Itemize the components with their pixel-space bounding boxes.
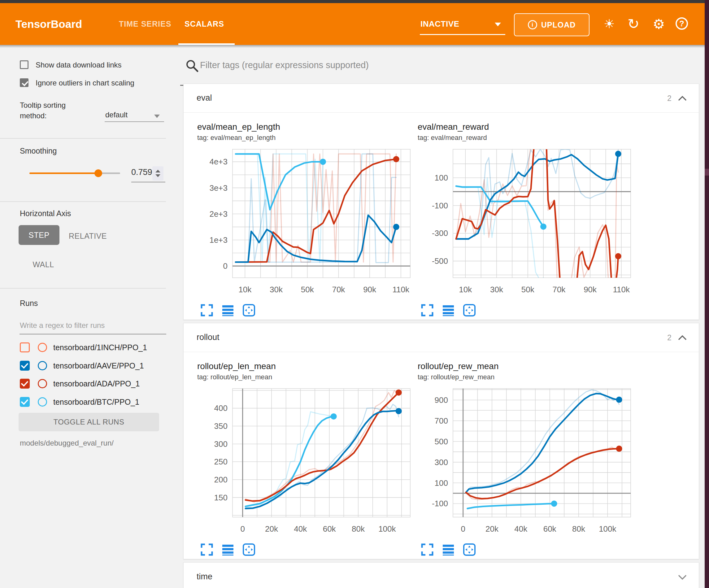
log-scale-icon[interactable] (221, 304, 234, 317)
smoothing-slider[interactable] (29, 173, 120, 174)
expand-chart-icon[interactable] (200, 304, 213, 317)
svg-text:-300: -300 (432, 229, 448, 238)
smoothed-series-tensorboard/AAVE/PPO_1 (466, 393, 619, 492)
axis-option-relative[interactable]: RELATIVE (69, 231, 106, 241)
svg-text:50k: 50k (301, 285, 314, 294)
run-checkbox[interactable] (20, 379, 30, 389)
checked-checkbox[interactable] (20, 78, 28, 87)
tag-filter-input[interactable]: Filter tags (regular expressions support… (200, 60, 369, 70)
fit-domain-icon[interactable] (463, 543, 476, 556)
chart-canvas[interactable]: 10k30k50k70k90k110k100-100-300-500 (416, 146, 633, 301)
upload-button[interactable]: i UPLOAD (514, 13, 589, 36)
section-card-header[interactable]: time (184, 563, 699, 588)
svg-text:10k: 10k (238, 285, 252, 294)
smoothing-slider-thumb[interactable] (95, 169, 102, 177)
run-checkbox[interactable] (20, 397, 30, 407)
fit-domain-icon[interactable] (242, 543, 256, 556)
fit-domain-icon[interactable] (242, 304, 256, 317)
chart-tag: tag: rollout/ep_len_mean (197, 373, 416, 381)
charts-row: rollout/ep_len_meantag: rollout/ep_len_m… (184, 352, 699, 559)
svg-text:-100: -100 (432, 499, 448, 508)
stepper-down-icon[interactable] (155, 174, 160, 177)
chart-panel: rollout/ep_rew_meantag: rollout/ep_rew_m… (416, 361, 637, 556)
dashboard-main: Filter tags (regular expressions support… (177, 45, 705, 588)
expand-chart-icon[interactable] (421, 304, 434, 317)
runs-filter-input[interactable]: Write a regex to filter runs (20, 321, 105, 330)
chevron-up-icon[interactable] (678, 335, 687, 342)
help-icon[interactable]: ? (673, 3, 691, 45)
run-row: tensorboard/BTC/PPO_1 (20, 397, 172, 409)
charts-row: eval/mean_ep_lengthtag: eval/mean_ep_len… (184, 113, 699, 319)
status-dropdown[interactable]: INACTIVE (420, 3, 507, 45)
svg-text:300: 300 (435, 458, 448, 467)
chart-tag: tag: eval/mean_reward (418, 134, 637, 142)
brightness-icon[interactable]: ☀ (600, 3, 619, 45)
log-scale-icon[interactable] (442, 543, 455, 556)
run-checkbox[interactable] (20, 361, 30, 370)
svg-text:3e+3: 3e+3 (209, 183, 228, 193)
run-checkbox[interactable] (20, 342, 30, 352)
refresh-icon[interactable]: ↻ (624, 3, 643, 45)
stepper-up-icon[interactable] (155, 170, 160, 173)
chevron-up-icon[interactable] (678, 96, 687, 102)
svg-text:30k: 30k (490, 285, 503, 294)
svg-text:110k: 110k (393, 285, 410, 294)
series-endpoint-dot (393, 156, 399, 162)
raw-series-tensorboard/AAVE/PPO_1 (245, 404, 399, 508)
expand-chart-icon[interactable] (200, 543, 213, 556)
checkbox-label: Show data download links (35, 61, 122, 69)
chart-canvas[interactable]: 10k30k50k70k90k110k01e+32e+33e+34e+3 (196, 146, 413, 301)
section-card-time: time (183, 562, 699, 588)
section-title: eval (196, 93, 212, 103)
unchecked-checkbox[interactable] (20, 60, 28, 69)
log-scale-icon[interactable] (442, 304, 455, 317)
smoothed-series-tensorboard/AAVE/PPO_1 (236, 215, 396, 262)
series-endpoint-dot (615, 253, 621, 259)
upload-button-label: UPLOAD (541, 21, 576, 29)
section-card-header[interactable]: rollout2 (184, 323, 699, 352)
expand-chart-icon[interactable] (421, 543, 434, 556)
chart-title: rollout/ep_len_mean (197, 361, 416, 371)
chart-toolbar (200, 543, 416, 556)
toggle-all-runs-button[interactable]: TOGGLE ALL RUNS (19, 413, 159, 431)
active-tab-underline (178, 43, 235, 45)
tab-scalars[interactable]: SCALARS (185, 3, 224, 45)
series-endpoint-dot (616, 445, 622, 452)
sidebar-divider (0, 138, 166, 139)
cards-container: eval2eval/mean_ep_lengthtag: eval/mean_e… (177, 84, 705, 588)
chart-title: eval/mean_reward (418, 122, 637, 132)
chart-panel: eval/mean_rewardtag: eval/mean_reward10k… (416, 122, 637, 317)
log-scale-icon[interactable] (221, 543, 234, 556)
chart-canvas[interactable]: 020k40k60k80k100k900700500300100-100 (416, 385, 633, 540)
chart-tag: tag: rollout/ep_rew_mean (418, 373, 637, 381)
tab-time-series[interactable]: TIME SERIES (119, 3, 171, 45)
run-row: tensorboard/1INCH/PPO_1 (20, 342, 172, 354)
tooltip-sorting-select[interactable]: default (105, 110, 128, 119)
section-card-header[interactable]: eval2 (184, 84, 699, 113)
axis-option-wall[interactable]: WALL (31, 259, 56, 270)
smoothing-slider-fill (29, 173, 98, 174)
chart-toolbar (421, 303, 637, 317)
svg-text:90k: 90k (584, 285, 597, 294)
svg-text:0: 0 (240, 524, 244, 534)
series-endpoint-dot (540, 224, 547, 230)
axis-option-step[interactable]: STEP (19, 225, 59, 245)
chart-canvas[interactable]: 020k40k60k80k100k150200250300350400 (196, 385, 413, 540)
section-card-eval: eval2eval/mean_ep_lengthtag: eval/mean_e… (183, 84, 699, 320)
series-endpoint-dot (396, 408, 402, 414)
svg-text:20k: 20k (485, 524, 499, 534)
fit-domain-icon[interactable] (463, 304, 476, 317)
run-color-circle (38, 397, 47, 407)
svg-text:4e+3: 4e+3 (209, 157, 228, 166)
chevron-down-icon[interactable] (678, 574, 687, 581)
runs-filter-underline (20, 334, 166, 334)
smoothing-stepper[interactable] (152, 166, 163, 180)
svg-text:100k: 100k (378, 524, 396, 534)
run-color-circle (38, 379, 47, 388)
section-title: time (196, 572, 212, 582)
info-icon: i (528, 20, 537, 29)
smoothing-value-input[interactable]: 0.759 (131, 168, 152, 177)
smoothing-input-underline (131, 182, 165, 182)
scrollbar-glint (705, 169, 709, 176)
settings-gear-icon[interactable]: ⚙ (650, 3, 668, 45)
